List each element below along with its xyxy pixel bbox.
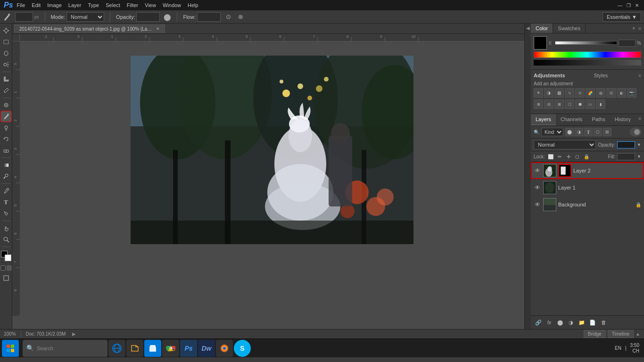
link-layers-icon[interactable]: 🔗 xyxy=(534,318,543,327)
blend-mode-select[interactable]: Normal Multiply Screen xyxy=(534,140,596,149)
menu-filter[interactable]: Filter xyxy=(127,2,138,8)
menu-view[interactable]: View xyxy=(145,2,156,8)
tool-dodge[interactable] xyxy=(1,171,11,181)
canvas-content[interactable] xyxy=(20,41,524,316)
menu-image[interactable]: Image xyxy=(47,2,62,8)
new-group-icon[interactable]: 📁 xyxy=(577,318,586,327)
panels-up-arrow[interactable]: ▲ xyxy=(636,331,640,337)
layer-item-layer1[interactable]: 👁 Layer 1 xyxy=(531,179,644,196)
start-button[interactable] xyxy=(2,340,19,357)
adj-channel-mixer[interactable]: ⊞ xyxy=(534,99,543,109)
menu-type[interactable]: Type xyxy=(88,2,99,8)
menu-layer[interactable]: Layer xyxy=(68,2,82,8)
maximize-button[interactable]: ❐ xyxy=(625,2,632,8)
quick-mask-on[interactable] xyxy=(7,265,12,271)
brush-options-icon[interactable]: ⊗ xyxy=(237,13,245,21)
opacity-arrow-icon[interactable]: ▼ xyxy=(637,142,641,147)
canvas-tab-close[interactable]: ✕ xyxy=(156,26,160,31)
adjustments-menu[interactable]: ≡ xyxy=(638,73,641,78)
tab-history[interactable]: History xyxy=(610,114,636,125)
tab-color[interactable]: Color xyxy=(531,24,553,33)
adj-color-balance[interactable]: ⚖ xyxy=(606,88,616,98)
tool-hand[interactable] xyxy=(1,223,11,233)
color-panel-menu[interactable]: ≡ xyxy=(636,24,644,33)
taskbar-skype[interactable]: S xyxy=(234,340,251,357)
tab-layers[interactable]: Layers xyxy=(531,114,556,125)
lock-artboard-icon[interactable]: ⬡ xyxy=(574,153,581,160)
adj-invert[interactable]: ⊠ xyxy=(554,99,564,109)
minimize-button[interactable]: — xyxy=(617,2,623,8)
adj-gradient-map[interactable]: ▭ xyxy=(586,99,595,109)
adj-curves[interactable]: ∿ xyxy=(565,88,574,98)
adj-selective-color[interactable]: ▮ xyxy=(596,99,605,109)
tool-history-brush[interactable] xyxy=(1,134,11,144)
adj-exposure[interactable]: ⊙ xyxy=(575,88,585,98)
add-mask-icon[interactable]: ⬤ xyxy=(555,318,565,327)
styles-tab[interactable]: Styles xyxy=(594,73,608,78)
timeline-panel[interactable]: Timeline xyxy=(608,330,634,338)
tool-brush[interactable] xyxy=(1,111,11,122)
tool-text[interactable]: T xyxy=(1,197,11,207)
layer-item-background[interactable]: 👁 Background 🔒 xyxy=(531,196,644,213)
filter-shape-icon[interactable]: ⬡ xyxy=(594,128,602,136)
menu-file[interactable]: File xyxy=(17,2,25,8)
filter-adjust-icon[interactable]: ◑ xyxy=(575,128,583,136)
filter-smart-icon[interactable]: ⊞ xyxy=(603,128,611,136)
color-panel-arrow[interactable]: ▼ xyxy=(632,26,636,31)
flow-input[interactable]: 100% xyxy=(197,12,221,22)
airbrush-icon[interactable]: ⬤ xyxy=(164,13,171,21)
k-slider-bar[interactable] xyxy=(555,41,617,45)
layer-item-layer2[interactable]: 👁 xyxy=(531,162,644,179)
essentials-button[interactable]: Essentials ▼ xyxy=(603,12,641,22)
opacity-input[interactable]: 100% xyxy=(136,12,160,22)
tab-paths[interactable]: Paths xyxy=(587,114,610,125)
tool-eyedropper[interactable] xyxy=(1,85,11,96)
tool-pen[interactable] xyxy=(1,186,11,196)
delete-layer-icon[interactable]: 🗑 xyxy=(599,318,608,327)
tool-path-select[interactable] xyxy=(1,208,11,219)
taskbar-search[interactable]: 🔍 Search xyxy=(23,340,107,357)
taskbar-store[interactable] xyxy=(144,340,161,357)
add-style-icon[interactable]: fx xyxy=(545,318,554,327)
layer2-visibility[interactable]: 👁 xyxy=(534,167,541,174)
adj-photo-filter[interactable]: 📷 xyxy=(627,88,636,98)
background-color[interactable] xyxy=(5,255,11,261)
tablet-pressure-icon[interactable]: ⊙ xyxy=(224,13,233,21)
adj-contrast[interactable]: ◑ xyxy=(544,88,553,98)
adj-posterize[interactable]: ⬡ xyxy=(565,99,574,109)
brush-size-input[interactable]: 60 xyxy=(15,12,33,22)
tool-gradient[interactable] xyxy=(1,160,11,170)
tool-lasso[interactable] xyxy=(1,48,11,58)
taskbar-firefox[interactable] xyxy=(216,340,233,357)
tool-quick-select[interactable] xyxy=(1,59,11,70)
tool-eraser[interactable] xyxy=(1,145,11,156)
add-adjustment-layer-icon[interactable]: ◑ xyxy=(566,318,576,327)
lock-transparent-icon[interactable]: ⬜ xyxy=(547,153,554,160)
adj-color-lookup[interactable]: ⊟ xyxy=(544,99,553,109)
tab-swatches[interactable]: Swatches xyxy=(553,24,586,33)
mini-bridge-panel[interactable]: Bridge xyxy=(584,330,606,338)
tool-spot-heal[interactable] xyxy=(1,100,11,110)
taskbar-dw[interactable]: Dw xyxy=(198,340,215,357)
layer-opacity-input[interactable]: 78% xyxy=(617,141,635,148)
menu-edit[interactable]: Edit xyxy=(32,2,41,8)
taskbar-ie[interactable] xyxy=(108,340,125,357)
adj-hue-sat[interactable]: ◍ xyxy=(596,88,605,98)
filter-pixel-icon[interactable]: ⬤ xyxy=(565,128,574,136)
tool-screen-mode[interactable] xyxy=(1,273,11,283)
tool-zoom[interactable] xyxy=(1,234,11,245)
filter-type-icon[interactable]: T xyxy=(584,128,593,136)
adj-levels[interactable]: ▦ xyxy=(554,88,564,98)
filter-kind-select[interactable]: Kind xyxy=(541,128,563,136)
fill-arrow-icon[interactable]: ▼ xyxy=(637,154,641,159)
lock-position-icon[interactable]: ✛ xyxy=(565,153,572,160)
filter-toggle[interactable] xyxy=(630,128,641,136)
adj-brightness[interactable]: ☀ xyxy=(534,88,543,98)
current-color-swatch[interactable] xyxy=(534,36,547,49)
lock-all-icon[interactable]: 🔒 xyxy=(583,153,590,160)
menu-help[interactable]: Help xyxy=(188,2,198,8)
canvas-tab-main[interactable]: 20140722-0544-img_9209 as smart object-1… xyxy=(14,25,165,33)
adj-threshold[interactable]: ⬢ xyxy=(575,99,585,109)
mode-select[interactable]: Normal xyxy=(66,12,104,22)
new-layer-icon[interactable]: 📄 xyxy=(588,318,597,327)
